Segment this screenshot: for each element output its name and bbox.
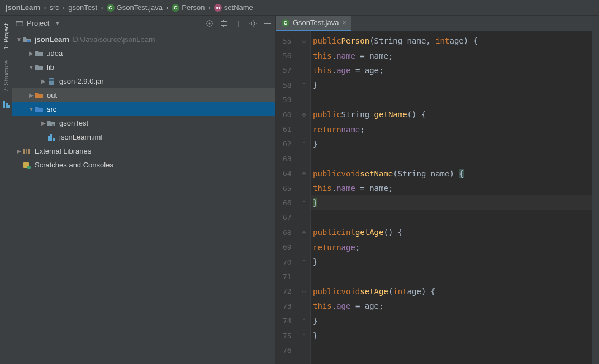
tree-item-label: src [47,105,56,113]
code-line[interactable]: return name; [311,122,592,136]
gutter-line[interactable]: 56 [276,48,310,63]
code-line[interactable]: public void setAge(int age) { [311,284,592,299]
editor-code[interactable]: public Person(String name, int age) { th… [311,31,592,364]
code-line[interactable]: this.age = age; [311,63,592,78]
svg-rect-26 [49,80,54,81]
code-line[interactable]: } [311,137,592,151]
tree-item-src[interactable]: src [12,102,275,116]
project-tree[interactable]: jsonLearn D:\Java\source\jsonLearn .idea… [12,31,275,364]
editor-tab-gsontest[interactable]: C GsonTest.java × [276,16,351,31]
gutter-line[interactable]: 70⌃ [276,255,310,269]
gutter-line[interactable]: 76 [276,343,310,357]
expand-arrow-icon[interactable] [16,148,22,154]
tree-item-external-libraries[interactable]: External Libraries [12,144,275,158]
code-line[interactable] [311,151,592,166]
libraries-icon [22,147,31,156]
code-line[interactable]: } [311,255,592,269]
breadcrumb-method[interactable]: m setName [213,3,254,12]
gutter-line[interactable]: 69 [276,240,310,254]
gear-icon[interactable] [249,19,258,28]
tree-item-gson-jar[interactable]: gson-2.9.0.jar [12,74,275,88]
chevron-right-icon: › [63,3,65,12]
tree-item-label: jsonLearn.iml [59,133,102,141]
breadcrumb-class[interactable]: C GsonTest.java [106,3,164,12]
gutter-line[interactable]: 71 [276,269,310,284]
expand-arrow-icon[interactable] [40,120,47,126]
breadcrumb-project[interactable]: jsonLearn [4,3,41,12]
gutter-line[interactable]: 68⊖ [276,225,310,240]
code-line[interactable]: public String getName() { [311,107,592,122]
code-line[interactable]: } [311,78,592,92]
code-line[interactable]: public void setName(String name) { [311,166,592,181]
editor-tab-label: GsonTest.java [293,18,339,27]
svg-rect-2 [8,105,10,108]
code-line[interactable]: this.age = age; [311,299,592,313]
expand-arrow-icon[interactable] [28,106,35,112]
gutter-line[interactable]: 59 [276,93,310,107]
breadcrumb-inner-class[interactable]: C Person [170,3,206,12]
tree-item-iml[interactable]: jsonLearn.iml [12,130,275,144]
toolwindow-tab-structure[interactable]: 7: Structure [3,55,9,98]
project-view-title[interactable]: Project [27,19,49,27]
expand-arrow-icon[interactable] [28,50,35,56]
gutter-line[interactable]: 65 [276,181,310,195]
gutter-line[interactable]: 74⌃ [276,313,310,328]
tree-item-idea[interactable]: .idea [12,46,275,60]
code-line[interactable]: return age; [311,240,592,254]
code-line[interactable]: public int getAge() { [311,225,592,240]
tree-item-gsontest[interactable]: gsonTest [12,116,275,130]
code-line[interactable] [311,269,592,284]
breadcrumb-src[interactable]: src [48,3,60,12]
hide-icon[interactable] [263,19,272,28]
svg-line-19 [255,25,256,26]
locate-icon[interactable] [205,19,214,28]
gutter-line[interactable]: 57 [276,63,310,78]
project-toolwindow: Project ▼ | jsonLearn D:\Java\source\jso… [12,16,276,364]
expand-arrow-icon[interactable] [16,36,22,42]
tree-item-lib[interactable]: lib [12,60,275,74]
expand-arrow-icon[interactable] [28,64,35,70]
svg-rect-1 [6,103,8,108]
gutter-line[interactable]: 61 [276,122,310,136]
close-icon[interactable]: × [342,19,346,27]
tree-root[interactable]: jsonLearn D:\Java\source\jsonLearn [12,32,275,46]
gutter-line[interactable]: 58⌃ [276,78,310,92]
code-line[interactable] [311,210,592,225]
code-line[interactable]: } [311,313,592,328]
chevron-down-icon[interactable]: ▼ [55,21,60,26]
tree-item-out[interactable]: out [12,88,275,102]
class-icon: C [107,4,115,12]
code-line[interactable]: this.name = name; [311,48,592,63]
expand-arrow-icon[interactable] [28,92,35,98]
source-folder-icon [35,105,44,114]
gutter-line[interactable]: 63 [276,151,310,166]
breadcrumb-project-label: jsonLearn [6,3,40,12]
editor-scrollbar[interactable] [592,31,599,364]
svg-rect-0 [3,101,5,108]
folder-icon [35,63,44,72]
gutter-line[interactable]: 67 [276,210,310,225]
gutter-line[interactable]: 73 [276,299,310,313]
gutter-line[interactable]: 72⊖ [276,284,310,299]
code-line[interactable] [311,343,592,357]
code-line[interactable]: } [311,195,592,210]
code-line[interactable]: } [311,328,592,343]
breadcrumb-package[interactable]: gsonTest [67,3,98,12]
gutter-line[interactable]: 55⊖ [276,33,310,48]
gutter-line[interactable]: 75⌃ [276,328,310,343]
gutter-line[interactable]: 64⊖ [276,166,310,181]
tree-root-label: jsonLearn [35,35,69,44]
structure-icon[interactable] [2,100,11,109]
toolwindow-tab-project[interactable]: 1: Project [3,18,9,55]
gutter-line[interactable]: 60⊖ [276,107,310,122]
gutter-line[interactable]: 66⌃ [276,195,310,210]
tree-item-scratches[interactable]: Scratches and Consoles [12,158,275,172]
code-line[interactable]: this.name = name; [311,181,592,195]
expand-arrow-icon[interactable] [40,78,47,84]
gutter-line[interactable]: 62⌃ [276,137,310,151]
code-line[interactable]: public Person(String name, int age) { [311,33,592,48]
code-line[interactable] [311,93,592,107]
editor-gutter[interactable]: 55⊖565758⌃5960⊖6162⌃6364⊖6566⌃6768⊖6970⌃… [276,31,311,364]
chevron-right-icon: › [44,3,46,12]
expand-all-icon[interactable] [220,19,229,28]
